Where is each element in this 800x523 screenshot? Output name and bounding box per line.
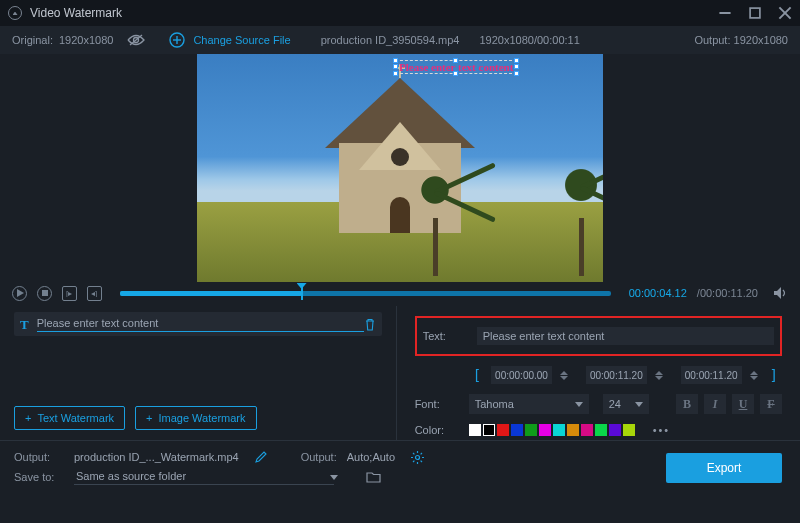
- color-swatch[interactable]: [497, 424, 509, 436]
- resize-handle[interactable]: [514, 58, 519, 63]
- underline-button[interactable]: U: [732, 394, 754, 414]
- font-family-select[interactable]: Tahoma: [469, 394, 589, 414]
- color-swatch[interactable]: [525, 424, 537, 436]
- color-swatch[interactable]: [553, 424, 565, 436]
- chevron-down-icon: [330, 475, 338, 480]
- text-property-highlight: Text:: [415, 316, 782, 356]
- mark-in-button[interactable]: [▸: [62, 286, 77, 301]
- plus-circle-icon: [169, 32, 185, 48]
- mark-out-button[interactable]: ◂]: [87, 286, 102, 301]
- color-swatch[interactable]: [567, 424, 579, 436]
- volume-icon[interactable]: [774, 287, 788, 299]
- duration-time: /00:00:11.20: [697, 287, 758, 299]
- step-down-button[interactable]: [655, 376, 663, 380]
- source-filename: production ID_3950594.mp4: [321, 34, 460, 46]
- svg-text:[▸: [▸: [66, 289, 72, 297]
- app-title: Video Watermark: [30, 6, 122, 20]
- step-up-button[interactable]: [560, 371, 568, 375]
- plus-icon: +: [25, 412, 31, 424]
- step-down-button[interactable]: [560, 376, 568, 380]
- maximize-button[interactable]: [748, 6, 762, 20]
- plus-icon: +: [146, 412, 152, 424]
- save-path[interactable]: Same as source folder: [74, 470, 334, 485]
- chevron-down-icon: [635, 402, 643, 407]
- strikethrough-button[interactable]: F: [760, 394, 782, 414]
- edit-output-name-button[interactable]: [255, 451, 267, 463]
- color-swatch[interactable]: [623, 424, 635, 436]
- original-label: Original:: [12, 34, 53, 46]
- bold-button[interactable]: B: [676, 394, 698, 414]
- export-button[interactable]: Export: [666, 453, 782, 483]
- color-swatch[interactable]: [595, 424, 607, 436]
- svg-marker-13: [774, 287, 781, 299]
- svg-point-14: [416, 455, 420, 459]
- text-label: Text:: [423, 330, 463, 342]
- resize-handle[interactable]: [393, 71, 398, 76]
- output-label: Output: 1920x1080: [694, 34, 788, 46]
- step-up-button[interactable]: [750, 371, 758, 375]
- resize-handle[interactable]: [453, 71, 458, 76]
- add-text-watermark-button[interactable]: +Text Watermark: [14, 406, 125, 430]
- browse-folder-button[interactable]: [366, 471, 381, 483]
- video-preview[interactable]: Please enter text content: [197, 54, 603, 282]
- watermark-layer-item[interactable]: T Please enter text content: [14, 312, 382, 336]
- source-meta: 1920x1080/00:00:11: [479, 34, 579, 46]
- resize-handle[interactable]: [514, 71, 519, 76]
- resize-handle[interactable]: [453, 58, 458, 63]
- original-resolution: 1920x1080: [59, 34, 113, 46]
- svg-text:◂]: ◂]: [91, 289, 97, 297]
- range-start-bracket[interactable]: [: [469, 368, 485, 382]
- color-swatch[interactable]: [539, 424, 551, 436]
- more-colors-button[interactable]: •••: [653, 424, 671, 436]
- minimize-button[interactable]: [718, 6, 732, 20]
- color-swatch[interactable]: [581, 424, 593, 436]
- range-end-bracket[interactable]: ]: [766, 368, 782, 382]
- step-up-button[interactable]: [655, 371, 663, 375]
- add-image-watermark-button[interactable]: +Image Watermark: [135, 406, 256, 430]
- watermark-text-input[interactable]: [477, 327, 774, 345]
- output-file-label: Output:: [14, 451, 64, 463]
- font-size-select[interactable]: 24: [603, 394, 649, 414]
- output-filename: production ID_..._Watermark.mp4: [74, 451, 239, 463]
- output-settings-button[interactable]: [411, 451, 424, 464]
- change-source-label: Change Source File: [193, 34, 290, 46]
- resize-handle[interactable]: [393, 64, 398, 69]
- color-swatch[interactable]: [511, 424, 523, 436]
- color-swatch[interactable]: [609, 424, 621, 436]
- save-to-label: Save to:: [14, 471, 64, 483]
- timeline-thumb[interactable]: [297, 286, 307, 300]
- layer-label: Please enter text content: [37, 317, 364, 332]
- svg-rect-1: [750, 8, 760, 18]
- app-logo-icon: [8, 6, 22, 20]
- range-duration: 00:00:11.20: [681, 366, 742, 384]
- stop-button[interactable]: [37, 286, 52, 301]
- color-swatch-row: [469, 424, 635, 436]
- change-source-button[interactable]: Change Source File: [169, 32, 290, 48]
- delete-layer-button[interactable]: [364, 318, 376, 331]
- svg-rect-10: [42, 290, 48, 296]
- italic-button[interactable]: I: [704, 394, 726, 414]
- close-button[interactable]: [778, 6, 792, 20]
- watermark-overlay[interactable]: Please enter text content: [395, 60, 517, 74]
- range-end-input[interactable]: 00:00:11.20: [586, 366, 647, 384]
- svg-marker-9: [17, 289, 24, 297]
- output-preset: Auto;Auto: [347, 451, 395, 463]
- color-swatch[interactable]: [483, 424, 495, 436]
- text-layer-icon: T: [20, 318, 29, 331]
- step-down-button[interactable]: [750, 376, 758, 380]
- timeline-slider[interactable]: [120, 286, 611, 300]
- color-label: Color:: [415, 424, 455, 436]
- chevron-down-icon: [575, 402, 583, 407]
- preview-toggle-icon[interactable]: [127, 34, 145, 46]
- resize-handle[interactable]: [514, 64, 519, 69]
- color-swatch[interactable]: [469, 424, 481, 436]
- output-preset-label: Output:: [301, 451, 337, 463]
- play-button[interactable]: [12, 286, 27, 301]
- range-start-input[interactable]: 00:00:00.00: [491, 366, 552, 384]
- font-label: Font:: [415, 398, 455, 410]
- current-time: 00:00:04.12: [629, 287, 687, 299]
- resize-handle[interactable]: [393, 58, 398, 63]
